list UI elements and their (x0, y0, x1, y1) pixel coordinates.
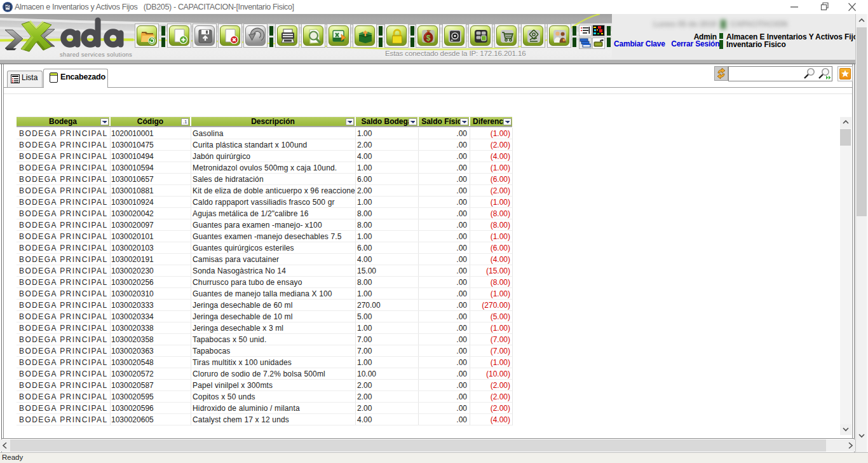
svg-text:$: $ (426, 34, 431, 43)
